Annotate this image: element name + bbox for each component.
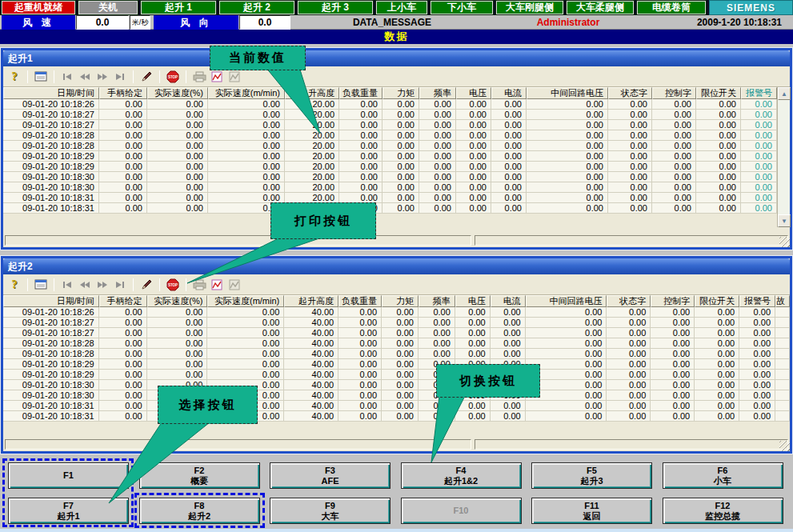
scroll-up-icon[interactable]: ▲ — [778, 87, 791, 100]
table-row[interactable]: 09-01-20 10:18:270.000.000.0040.000.000.… — [3, 328, 790, 338]
resize-grip-icon[interactable] — [779, 237, 790, 247]
fkey-button-f2[interactable]: F2概要 — [139, 462, 260, 489]
hoist1-hscroll-strip[interactable] — [5, 235, 788, 246]
column-header[interactable]: 实际速度(m/min) — [208, 87, 285, 99]
table-row[interactable]: 09-01-20 10:18:280.000.000.0020.000.000.… — [3, 141, 790, 151]
table-row[interactable]: 09-01-20 10:18:280.000.000.0020.000.000.… — [3, 130, 790, 141]
table-row[interactable]: 09-01-20 10:18:310.000.000.0040.000.000.… — [3, 411, 790, 422]
hoist2-hscroll-strip[interactable] — [5, 439, 788, 450]
fkey-button-f9[interactable]: F9大车 — [270, 498, 390, 524]
table-row[interactable]: 09-01-20 10:18:280.000.000.0040.000.000.… — [3, 338, 790, 349]
column-header[interactable]: 电压 — [456, 87, 491, 99]
fkey-button-f3[interactable]: F3AFE — [270, 462, 390, 489]
table-row[interactable]: 09-01-20 10:18:310.000.000.0020.000.000.… — [3, 193, 790, 203]
hoist1-vertical-scrollbar[interactable]: ▲ ▼ — [777, 87, 790, 227]
column-header[interactable]: 限位开关 — [695, 295, 739, 307]
edit-icon[interactable] — [139, 278, 154, 292]
column-header[interactable]: 中间回路电压 — [526, 295, 607, 307]
first-icon[interactable] — [60, 70, 74, 84]
column-header[interactable]: 限位开关 — [696, 87, 741, 99]
top-button-gantry-rigid-leg[interactable]: 大车刚腿侧 — [495, 0, 564, 15]
column-header[interactable]: 电压 — [455, 295, 491, 307]
table-row[interactable]: 09-01-20 10:18:300.000.000.0020.000.000.… — [3, 172, 790, 182]
help-icon[interactable]: ? — [7, 70, 22, 84]
top-button-upper-trolley[interactable]: 上小车 — [375, 0, 428, 15]
top-button-hoist-2[interactable]: 起升 2 — [218, 0, 295, 15]
first-icon[interactable] — [60, 278, 74, 292]
column-header[interactable]: 中间回路电压 — [527, 87, 608, 99]
top-button-cable-reel[interactable]: 电缆卷筒 — [636, 0, 707, 15]
column-header[interactable]: 实际速度(m/min) — [207, 295, 284, 307]
form-icon[interactable] — [34, 70, 48, 84]
column-header[interactable]: 负载重量 — [339, 87, 382, 99]
column-header[interactable]: 报警号 — [739, 295, 775, 307]
trend-icon[interactable] — [210, 278, 224, 292]
column-header[interactable]: 实际速度(%) — [147, 87, 208, 99]
top-button-hoist-1[interactable]: 起升 1 — [140, 0, 217, 15]
column-header[interactable]: 手柄给定 — [99, 295, 147, 307]
table-row[interactable]: 09-01-20 10:18:300.000.000.0040.000.000.… — [3, 390, 790, 401]
resize-grip-icon[interactable] — [779, 441, 790, 451]
forward-icon[interactable] — [95, 70, 110, 84]
fkey-button-f11[interactable]: F11返回 — [531, 498, 652, 524]
stop-icon[interactable]: STOP — [166, 278, 180, 292]
table-row[interactable]: 09-01-20 10:18:270.000.000.0020.000.000.… — [3, 110, 790, 120]
column-header[interactable]: 负载重量 — [338, 295, 382, 307]
fkey-button-f7[interactable]: F7起升1 — [8, 498, 129, 524]
rewind-icon[interactable] — [78, 278, 92, 292]
fkey-button-f12[interactable]: F12监控总揽 — [663, 498, 783, 524]
column-header[interactable]: 报警号 — [741, 87, 777, 99]
column-header[interactable]: 控制字 — [652, 87, 696, 99]
fkey-button-f6[interactable]: F6小车 — [663, 462, 783, 489]
column-header[interactable]: 状态字 — [608, 87, 652, 99]
edit-icon[interactable] — [139, 70, 154, 84]
table-row[interactable]: 09-01-20 10:18:270.000.000.0020.000.000.… — [3, 120, 790, 130]
trend-icon[interactable] — [210, 70, 224, 84]
column-header[interactable]: 力矩 — [382, 295, 419, 307]
form-icon[interactable] — [34, 278, 48, 292]
column-header[interactable]: 手柄给定 — [99, 87, 147, 99]
table-row[interactable]: 09-01-20 10:18:290.000.000.0020.000.000.… — [3, 151, 790, 162]
column-header[interactable]: 故 — [775, 295, 790, 307]
table-row[interactable]: 09-01-20 10:18:290.000.000.0040.000.000.… — [3, 370, 790, 380]
table-row[interactable]: 09-01-20 10:18:310.000.000.0020.000.000.… — [3, 203, 790, 214]
forward-icon[interactable] — [95, 278, 110, 292]
top-button-hoist-3[interactable]: 起升 3 — [297, 0, 374, 15]
table-row[interactable]: 09-01-20 10:18:260.000.000.0020.000.000.… — [3, 99, 790, 110]
print-icon[interactable] — [192, 70, 206, 84]
fkey-button-f10[interactable]: F10 — [401, 498, 522, 524]
help-icon[interactable]: ? — [7, 278, 22, 292]
table-row[interactable]: 09-01-20 10:18:290.000.000.0040.000.000.… — [3, 359, 790, 370]
fkey-button-f1[interactable]: F1 — [8, 462, 129, 489]
column-header[interactable]: 实际速度(%) — [147, 295, 208, 307]
table-row[interactable]: 09-01-20 10:18:290.000.000.0020.000.000.… — [3, 162, 790, 172]
fkey-button-f8[interactable]: F8起升2 — [139, 498, 260, 524]
table-row[interactable]: 09-01-20 10:18:270.000.000.0040.000.000.… — [3, 318, 790, 328]
last-icon[interactable] — [113, 278, 127, 292]
top-button-lower-trolley[interactable]: 下小车 — [430, 0, 494, 15]
column-header[interactable]: 频率 — [419, 87, 456, 99]
column-header[interactable]: 频率 — [419, 295, 455, 307]
table-row[interactable]: 09-01-20 10:18:310.000.000.0040.000.000.… — [3, 401, 790, 411]
top-button-gantry-flex-leg[interactable]: 大车柔腿侧 — [566, 0, 635, 15]
column-header[interactable]: 起升高度 — [285, 87, 339, 99]
table-row[interactable]: 09-01-20 10:18:300.000.000.0040.000.000.… — [3, 380, 790, 390]
table-row[interactable]: 09-01-20 10:18:280.000.000.0040.000.000.… — [3, 349, 790, 359]
column-header[interactable]: 电流 — [491, 295, 526, 307]
column-header[interactable]: 日期/时间 — [3, 87, 99, 99]
table-row[interactable]: 09-01-20 10:18:300.000.000.0020.000.000.… — [3, 182, 790, 193]
last-icon[interactable] — [113, 70, 127, 84]
print-icon[interactable] — [192, 278, 206, 292]
column-header[interactable]: 控制字 — [651, 295, 695, 307]
fkey-button-f5[interactable]: F5起升3 — [531, 462, 652, 489]
trend-disabled-icon[interactable] — [227, 278, 242, 292]
column-header[interactable]: 日期/时间 — [3, 295, 99, 307]
trend-disabled-icon[interactable] — [227, 70, 242, 84]
scroll-down-icon[interactable]: ▼ — [778, 214, 791, 227]
top-button-crane-ready[interactable]: 起重机就绪 — [1, 0, 76, 15]
rewind-icon[interactable] — [78, 70, 92, 84]
column-header[interactable]: 起升高度 — [284, 295, 338, 307]
fkey-button-f4[interactable]: F4起升1&2 — [401, 462, 522, 489]
column-header[interactable]: 力矩 — [382, 87, 419, 99]
table-row[interactable]: 09-01-20 10:18:260.000.000.0040.000.000.… — [3, 307, 790, 318]
